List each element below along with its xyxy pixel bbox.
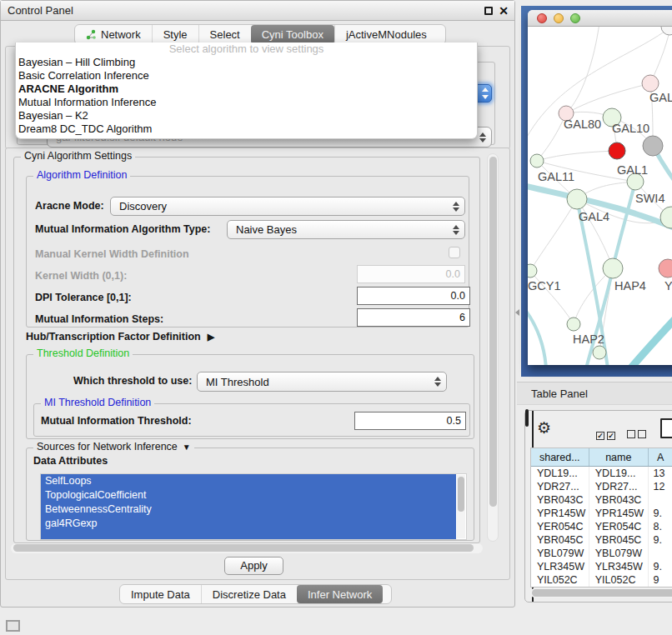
tab-jactivemnodules[interactable]: jActiveMNodules	[334, 25, 438, 44]
splitpane-handle-icon[interactable]	[515, 309, 519, 316]
settings-vertical-scrollbar[interactable]	[487, 153, 499, 542]
traffic-light-minimize-icon[interactable]	[554, 13, 564, 23]
deselect-columns-icon[interactable]	[627, 427, 649, 442]
attribute-list-item[interactable]: BetweennessCentrality	[41, 502, 456, 517]
tab-infer-network[interactable]: Infer Network	[297, 585, 383, 603]
attribute-list-item[interactable]: TopologicalCoefficient	[41, 488, 456, 502]
table-body: YDL19...YDL19...13YDR27...YDR27...12YBR0…	[531, 467, 672, 587]
algorithm-dropdown-list: Bayesian – Hill ClimbingBasic Correlatio…	[16, 56, 477, 136]
tab-style[interactable]: Style	[152, 25, 198, 44]
table-horizontal-scrollbar[interactable]	[530, 588, 672, 598]
tab-label: Select	[210, 28, 240, 41]
manual-kernel-checkbox[interactable]	[449, 247, 460, 258]
node-label: SWI4	[635, 192, 664, 205]
table-cell: 9.	[649, 533, 672, 547]
table-cell: 12	[649, 480, 672, 493]
tab-cyni-toolbox[interactable]: Cyni Toolbox	[251, 25, 334, 44]
tab-network[interactable]: Network	[75, 25, 152, 44]
tab-select[interactable]: Select	[198, 25, 251, 44]
network-node[interactable]	[567, 189, 587, 209]
control-panel-window: Control Panel ✕ NetworkStyleSelectCyni T…	[0, 0, 515, 608]
mi-threshold-input[interactable]: 0.5	[354, 412, 466, 430]
unchecked-box-icon	[627, 430, 635, 438]
network-node[interactable]	[530, 154, 544, 168]
table-row[interactable]: YIL052CYIL052C9	[531, 573, 672, 587]
node-label: GCY1	[528, 279, 561, 292]
algorithm-option[interactable]: Bayesian – Hill Climbing	[16, 56, 477, 69]
algorithm-option[interactable]: Basic Correlation Inference	[16, 69, 477, 82]
attribute-list-item[interactable]	[41, 531, 456, 540]
docked-panel-icon[interactable]	[6, 620, 20, 632]
scrollbar-thumb[interactable]	[489, 157, 497, 507]
screen: Control Panel ✕ NetworkStyleSelectCyni T…	[0, 0, 672, 635]
table-row[interactable]: YPR145WYPR145W9.	[531, 507, 672, 520]
network-node[interactable]	[609, 142, 625, 159]
mi-type-select[interactable]: Naive Bayes	[227, 220, 465, 239]
network-node[interactable]	[642, 75, 659, 92]
table-row[interactable]: YDL19...YDL19...13	[531, 467, 672, 480]
attribute-list-item[interactable]: gal4RGexp	[41, 517, 456, 531]
table-row[interactable]: YDR27...YDR27...12	[531, 480, 672, 493]
network-node[interactable]	[643, 136, 663, 156]
column-header[interactable]: name	[589, 448, 649, 466]
combo-focus-stepper-icon[interactable]	[477, 84, 492, 102]
network-node[interactable]	[567, 318, 580, 331]
network-node[interactable]	[659, 259, 672, 278]
dpi-tolerance-input[interactable]: 0.0	[357, 287, 470, 305]
traffic-light-zoom-icon[interactable]	[570, 13, 580, 23]
network-view-window: GALGAL80GAL10GAL11GAL1SWI4GAL4GCY1HAP4YH…	[528, 10, 672, 365]
expand-right-arrow-icon: ▶	[208, 332, 214, 342]
aracne-mode-value: Discovery	[119, 198, 167, 215]
table-row[interactable]: YBR043CYBR043C	[531, 493, 672, 507]
algorithm-option[interactable]: ARACNE Algorithm	[16, 82, 477, 96]
scrollbar-thumb[interactable]	[13, 544, 474, 552]
network-window-titlebar[interactable]	[528, 10, 672, 27]
table-cell: YDR27...	[531, 480, 589, 493]
kernel-width-input[interactable]: 0.0	[357, 265, 465, 283]
traffic-light-close-icon[interactable]	[537, 13, 547, 23]
settings-horizontal-scrollbar[interactable]	[11, 543, 483, 553]
sources-collapse-toggle[interactable]: Sources for Network Inference▼	[33, 441, 194, 452]
table-row[interactable]: YER054CYER054C8.	[531, 520, 672, 533]
algorithm-option[interactable]: Bayesian – K2	[16, 109, 477, 122]
network-node[interactable]	[603, 258, 623, 278]
group-title: Cyni Algorithm Settings	[21, 150, 135, 162]
tab-impute-data[interactable]: Impute Data	[120, 585, 201, 603]
apply-button[interactable]: Apply	[224, 557, 283, 575]
close-icon[interactable]: ✕	[499, 2, 509, 19]
network-canvas[interactable]: GALGAL80GAL10GAL11GAL1SWI4GAL4GCY1HAP4YH…	[528, 27, 672, 365]
select-columns-icon[interactable]: ✓✓	[596, 427, 618, 442]
aracne-mode-select[interactable]: Discovery	[110, 197, 465, 216]
algorithm-option[interactable]: Mutual Information Inference	[16, 96, 477, 109]
float-window-icon[interactable]	[484, 7, 493, 15]
tab-discretize-data[interactable]: Discretize Data	[201, 585, 297, 603]
node-label: GAL	[649, 91, 672, 104]
table-cell: YLR345W	[531, 560, 589, 573]
table-cell: 8.	[649, 520, 672, 533]
column-header[interactable]: shared...	[531, 448, 589, 466]
table-cell: YER054C	[589, 520, 649, 533]
which-threshold-label: Which threshold to use:	[73, 375, 192, 387]
table-row[interactable]: YBL079WYBL079W	[531, 547, 672, 560]
network-node[interactable]	[661, 27, 672, 35]
attributes-scrollbar[interactable]	[457, 475, 465, 538]
hub-definition-toggle[interactable]: Hub/Transcription Factor Definition▶	[26, 331, 214, 342]
gear-icon[interactable]: ⚙	[537, 419, 551, 438]
mi-steps-input[interactable]: 6	[357, 308, 470, 327]
which-threshold-select[interactable]: MI Threshold	[197, 372, 447, 392]
sources-title: Sources for Network Inference	[37, 441, 178, 452]
combo-arrows-icon	[479, 132, 486, 142]
column-header[interactable]: A	[649, 448, 672, 466]
table-cell: YER054C	[531, 520, 589, 533]
scrollbar-thumb[interactable]	[532, 589, 672, 597]
table-row[interactable]: YLR345WYLR345W9.	[531, 560, 672, 573]
network-node[interactable]	[528, 264, 537, 278]
table-cell: YBR045C	[531, 533, 589, 547]
scrollbar-thumb[interactable]	[458, 477, 464, 512]
table-row[interactable]: YBR045CYBR045C9.	[531, 533, 672, 547]
attribute-list-item[interactable]: SelfLoops	[41, 474, 456, 488]
network-node[interactable]	[593, 346, 606, 359]
column-view-icon[interactable]	[525, 409, 529, 427]
algorithm-option[interactable]: Dream8 DC_TDC Algorithm	[16, 122, 477, 136]
file-export-icon[interactable]	[660, 418, 672, 438]
